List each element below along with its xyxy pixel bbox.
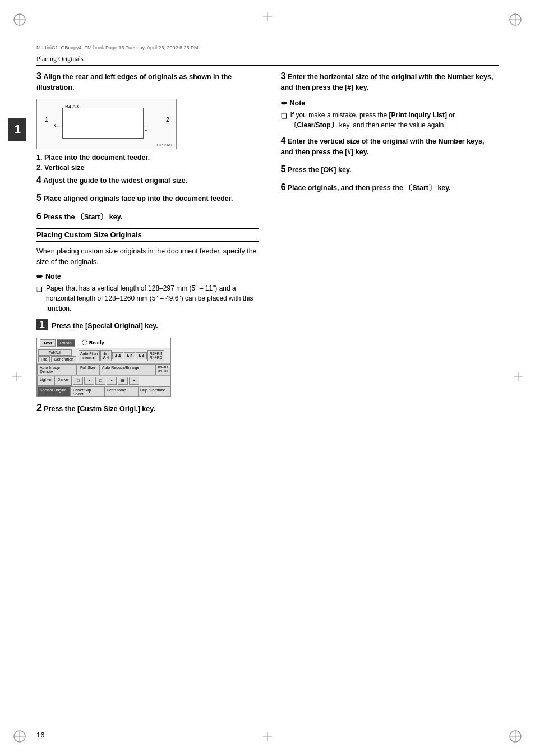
illus-arrow: ⇐ [54, 121, 61, 130]
illus-inner-rect [62, 108, 144, 139]
file-info: MartiniC1_GBcopy4_FM.book Page 16 Tuesda… [36, 45, 499, 50]
step-5-left: 5 Place aligned originals face up into t… [36, 192, 259, 204]
corner-mark-tl [11, 11, 28, 28]
left-column: 3 Align the rear and left edges of origi… [36, 70, 259, 421]
center-mark-right [513, 371, 524, 385]
step-sub-1: 1. Place into the document feeder. [36, 154, 259, 162]
screen-file-btn: File [38, 356, 50, 362]
screen-icons: □ ▪ □ ▪ ▦ ▪ [72, 376, 170, 386]
screen-tray4: A 4 [136, 352, 147, 359]
step-sub-2-label: 2. [36, 164, 42, 172]
screen-darker: Darker [54, 376, 72, 386]
step-6-number: 6 [36, 211, 41, 221]
step-5-right-text: Press the [OK] key. [288, 166, 352, 174]
step-5-number: 5 [36, 193, 41, 202]
step-3-left: 3 Align the rear and left edges of origi… [36, 70, 259, 93]
note-block-left: ✏ Note ❑ Paper that has a vertical lengt… [36, 272, 259, 314]
chapter-marker: 1 [8, 118, 26, 141]
step-3-right-text: Enter the horizontal size of the origina… [281, 73, 494, 91]
step-sub-1-text: Place into the document feeder. [44, 154, 150, 162]
step-3-text: Align the rear and left edges of origina… [36, 73, 232, 91]
screen-tray3: A 3 [124, 352, 135, 359]
screen-ready-status: Ready [82, 340, 104, 345]
screen-icon-2: ▪ [84, 377, 94, 385]
step-6-right-text: Place originals, and then press the 〔Sta… [288, 184, 451, 192]
screen-full-size: Full Size [76, 364, 99, 375]
screen-special-original: Special Original [37, 386, 70, 397]
screen-auto-reduce: Auto Reduce/Enlarge [99, 364, 155, 375]
center-mark-left [11, 371, 22, 385]
screen-icon-5: ▦ [118, 377, 128, 385]
right-column: 3 Enter the horizontal size of the origi… [275, 70, 497, 421]
step-3-number: 3 [36, 71, 41, 81]
clearstop-code: 〔Clear/Stop〕 [290, 121, 338, 129]
corner-mark-tr [507, 11, 524, 28]
step-2-custm-number: 2 [36, 402, 42, 413]
step-6-right: 6 Place originals, and then press the 〔S… [281, 181, 497, 193]
screen-auto-filter: Auto Filteroption ▶ [79, 350, 100, 361]
screen-left-stamp: Left/Stamp [104, 386, 139, 397]
screen-lighter: Lighter [37, 376, 54, 386]
screen-text-btn: Text [40, 339, 56, 347]
note-text-right: If you make a mistake, press the [Print … [290, 110, 497, 130]
step-4-number: 4 [36, 175, 41, 185]
screen-row5: Special Original Cover/Slip Sheet Left/S… [37, 386, 170, 397]
ready-label: Ready [89, 340, 104, 345]
screen-row2: Tof/Adf File Generation Auto Filteroptio… [37, 348, 170, 364]
step-4-left: 4 Adjust the guide to the widest origina… [36, 174, 259, 186]
note-item-right: ❑ If you make a mistake, press the [Prin… [281, 110, 497, 130]
print-inquiry-code: [Print Inquiry List] [389, 111, 447, 119]
screen-file-gen: File Generation [38, 356, 76, 362]
illustration-box: 1 ⇐ B4 A3 2 ↓ CP19AE [36, 99, 177, 149]
step-6-text: Press the 〔Start〕 key. [43, 213, 122, 221]
step-3-right-number: 3 [281, 71, 286, 81]
screen-trays: Auto Filteroption ▶ 1stA 4 A 4 A 3 A 4 R… [77, 348, 170, 363]
intro-text: When placing custom size originals in th… [36, 246, 259, 268]
note-title-left: ✏ Note [36, 272, 259, 281]
screen-image: Text Photo Ready Tof/Adf File Generatio [36, 338, 171, 397]
page-number: 16 [36, 731, 44, 739]
screen-tofadf: Tof/Adf [38, 349, 72, 356]
illus-down-arrow: ↓ [144, 125, 148, 133]
step-2-custm: 2 Press the [Custm Size Origi.] key. [36, 401, 259, 415]
step-2-custm-text: Press the [Custm Size Origi.] key. [44, 405, 155, 413]
screen-gen-btn: Generation [51, 356, 76, 362]
step-5-text: Place aligned originals face up into the… [43, 195, 233, 202]
corner-mark-bl [11, 728, 28, 745]
illus-label-1: 1 [45, 116, 48, 123]
screen-tray2: A 4 [112, 352, 123, 359]
step-6-left: 6 Press the 〔Start〕 key. [36, 210, 259, 223]
note-item-left: ❑ Paper that has a vertical length of 12… [36, 283, 259, 314]
note-bullet-right: ❑ [281, 111, 287, 130]
screen-tray1: 1stA 4 [100, 350, 112, 361]
step-6-right-number: 6 [281, 182, 286, 192]
step-1-special-number: 1 [36, 319, 48, 330]
screen-icon-1: □ [73, 377, 83, 385]
step-4-right-number: 4 [281, 136, 286, 145]
screen-photo-btn: Photo [57, 339, 75, 347]
note-bullet: ❑ [36, 284, 43, 314]
note-title-right: ✏ Note [281, 99, 497, 108]
step-1-special: 1 Press the [Special Original] key. [36, 318, 259, 332]
two-column-layout: 3 Align the rear and left edges of origi… [36, 70, 499, 421]
screen-icon-4: ▪ [107, 377, 117, 385]
section-title: Placing Custom Size Originals [36, 231, 142, 239]
screen-r-options: R3+R4R4+R5 [155, 364, 170, 375]
center-mark-bottom [262, 731, 273, 745]
pencil-icon: ✏ [36, 272, 43, 281]
screen-cover-slip: Cover/Slip Sheet [70, 386, 104, 397]
center-mark-top [262, 11, 273, 25]
step-5-right-number: 5 [281, 164, 286, 174]
illus-cp-label: CP19AE [156, 142, 174, 147]
step-4-right: 4 Enter the vertical size of the origina… [281, 135, 497, 158]
note-block-right: ✏ Note ❑ If you make a mistake, press th… [281, 99, 497, 130]
screen-r1: R3+R4R4+R5 [147, 350, 164, 361]
step-4-right-text: Enter the vertical size of the original … [281, 137, 485, 156]
screen-dup-combine: Dup./Combine [139, 386, 170, 397]
step-sub-2-text: Vertical size [44, 164, 85, 172]
page-header: Placing Originals [36, 55, 499, 66]
screen-left-btns: Tof/Adf File Generation [37, 348, 77, 363]
section-divider: Placing Custom Size Originals [36, 228, 259, 242]
screen-icon-3: □ [95, 377, 105, 385]
corner-mark-br [507, 728, 524, 745]
